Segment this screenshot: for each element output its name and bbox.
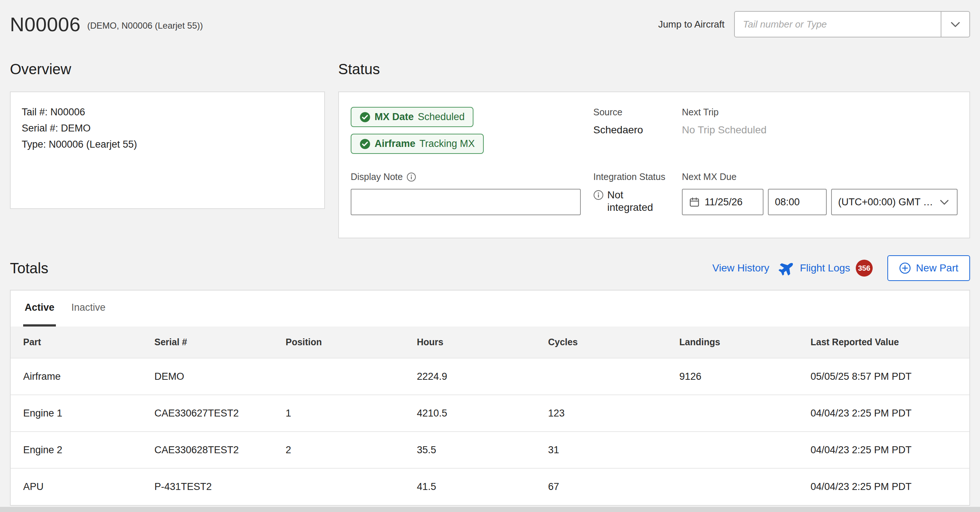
totals-actions: View History Flight Logs 356 New Part xyxy=(713,255,970,281)
cell-serial: CAE330627TEST2 xyxy=(142,395,273,431)
aircraft-detail-page: N00006 (DEMO, N00006 (Learjet 55)) Jump … xyxy=(0,0,980,512)
cell-hours: 35.5 xyxy=(404,431,536,468)
flight-logs-count-badge: 356 xyxy=(856,260,873,277)
display-note-field: Display Note xyxy=(351,171,581,215)
plus-circle-icon xyxy=(899,262,911,274)
info-icon xyxy=(407,172,416,182)
new-part-button[interactable]: New Part xyxy=(888,255,970,281)
display-note-input[interactable] xyxy=(351,189,581,215)
cell-hours: 2224.9 xyxy=(404,358,536,395)
table-header-row: Part Serial # Position Hours Cycles Land… xyxy=(11,327,969,358)
tab-inactive[interactable]: Inactive xyxy=(70,290,107,327)
next-trip-label: Next Trip xyxy=(682,107,958,117)
page-header: N00006 (DEMO, N00006 (Learjet 55)) Jump … xyxy=(10,11,970,38)
cell-serial: CAE330628TEST2 xyxy=(142,431,273,468)
badge-bold-text: Airframe xyxy=(375,138,415,149)
cell-last-reported: 04/04/23 2:25 PM PDT xyxy=(798,468,969,505)
flight-logs-label: Flight Logs xyxy=(800,262,850,274)
status-heading: Status xyxy=(338,61,970,78)
cell-part: Airframe xyxy=(11,358,142,395)
flight-logs-link[interactable]: Flight Logs 356 xyxy=(779,260,873,277)
cell-cycles: 31 xyxy=(536,431,667,468)
cell-last-reported: 04/04/23 2:25 PM PDT xyxy=(798,431,969,468)
cell-landings: 9126 xyxy=(667,358,798,395)
jump-to-aircraft-input[interactable] xyxy=(735,12,941,37)
cell-part: Engine 2 xyxy=(11,431,142,468)
column-header-hours: Hours xyxy=(404,327,536,358)
cell-cycles xyxy=(536,358,667,395)
tab-active[interactable]: Active xyxy=(23,290,56,327)
column-header-serial: Serial # xyxy=(142,327,273,358)
tab-active-label: Active xyxy=(25,302,54,313)
tab-inactive-label: Inactive xyxy=(71,302,105,313)
next-mx-timezone-value: (UTC+00:00) GMT … xyxy=(838,197,933,208)
totals-tabs: Active Inactive xyxy=(11,290,969,327)
check-circle-icon xyxy=(360,112,371,123)
cell-landings xyxy=(667,431,798,468)
jump-dropdown-button[interactable] xyxy=(941,12,969,37)
check-circle-icon xyxy=(360,138,371,149)
overview-heading: Overview xyxy=(10,61,325,78)
jump-to-aircraft: Jump to Aircraft xyxy=(658,11,970,38)
cell-last-reported: 04/04/23 2:25 PM PDT xyxy=(798,395,969,431)
integration-status-value: Not integrated xyxy=(593,189,670,214)
cell-hours: 4210.5 xyxy=(404,395,536,431)
cell-part: APU xyxy=(11,468,142,505)
next-mx-timezone-select[interactable]: (UTC+00:00) GMT … xyxy=(831,189,958,215)
next-trip-field: Next Trip No Trip Scheduled xyxy=(682,107,958,136)
next-mx-time-input[interactable]: 08:00 xyxy=(768,189,827,215)
chevron-down-icon xyxy=(949,17,962,31)
cell-position: 2 xyxy=(273,431,404,468)
page-subtitle: (DEMO, N00006 (Learjet 55)) xyxy=(87,17,203,31)
next-mx-due-label: Next MX Due xyxy=(682,171,958,182)
cell-position xyxy=(273,358,404,395)
cell-cycles: 123 xyxy=(536,395,667,431)
cell-last-reported: 05/05/25 8:57 PM PDT xyxy=(798,358,969,395)
cell-serial: P-431TEST2 xyxy=(142,468,273,505)
column-header-landings: Landings xyxy=(667,327,798,358)
integration-status-label: Integration Status xyxy=(593,171,670,182)
badge-rest-text: Scheduled xyxy=(418,111,465,123)
jump-to-aircraft-label: Jump to Aircraft xyxy=(658,19,724,30)
overview-serial-line: Serial #: DEMO xyxy=(22,120,313,136)
next-trip-value: No Trip Scheduled xyxy=(682,124,958,136)
jump-to-aircraft-combobox xyxy=(734,11,970,38)
overview-status-section: Overview Status Tail #: N00006 Serial #:… xyxy=(10,61,970,238)
cell-serial: DEMO xyxy=(142,358,273,395)
status-card: MX Date Scheduled Airframe Tracking MX S… xyxy=(338,92,970,238)
table-row-engine-2[interactable]: Engine 2 CAE330628TEST2 2 35.5 31 04/04/… xyxy=(11,431,969,468)
column-header-position: Position xyxy=(273,327,404,358)
next-mx-time-value: 08:00 xyxy=(775,197,800,208)
display-note-label: Display Note xyxy=(351,171,581,182)
overview-type-line: Type: N00006 (Learjet 55) xyxy=(22,136,313,152)
view-history-link[interactable]: View History xyxy=(713,262,769,274)
table-row-airframe[interactable]: Airframe DEMO 2224.9 9126 05/05/25 8:57 … xyxy=(11,358,969,395)
column-header-last-reported: Last Reported Value xyxy=(798,327,969,358)
cell-position xyxy=(273,468,404,505)
next-mx-date-input[interactable]: 11/25/26 xyxy=(682,189,764,215)
source-value: Schedaero xyxy=(593,124,670,136)
mx-date-scheduled-badge: MX Date Scheduled xyxy=(351,107,474,127)
table-row-engine-1[interactable]: Engine 1 CAE330627TEST2 1 4210.5 123 04/… xyxy=(11,395,969,431)
source-label: Source xyxy=(593,107,670,117)
next-mx-due-inputs: 11/25/26 08:00 (UTC+00:00) GMT … xyxy=(682,189,958,215)
status-grid: MX Date Scheduled Airframe Tracking MX S… xyxy=(351,107,958,215)
table-row-apu[interactable]: APU P-431TEST2 41.5 67 04/04/23 2:25 PM … xyxy=(11,468,969,505)
cell-landings xyxy=(667,395,798,431)
overview-tail-line: Tail #: N00006 xyxy=(22,104,313,120)
cell-part: Engine 1 xyxy=(11,395,142,431)
source-field: Source Schedaero xyxy=(593,107,670,136)
badge-rest-text: Tracking MX xyxy=(419,138,475,149)
column-header-part: Part xyxy=(11,327,142,358)
overview-card: Tail #: N00006 Serial #: DEMO Type: N000… xyxy=(10,92,325,209)
cell-cycles: 67 xyxy=(536,468,667,505)
totals-table: Part Serial # Position Hours Cycles Land… xyxy=(11,327,969,505)
column-header-cycles: Cycles xyxy=(536,327,667,358)
bottom-edge-strip xyxy=(0,507,980,512)
cell-landings xyxy=(667,468,798,505)
totals-heading: Totals xyxy=(10,260,49,277)
page-title: N00006 xyxy=(10,13,81,36)
title-wrap: N00006 (DEMO, N00006 (Learjet 55)) xyxy=(10,13,203,36)
cell-hours: 41.5 xyxy=(404,468,536,505)
integration-status-field: Integration Status Not integrated xyxy=(593,171,670,214)
